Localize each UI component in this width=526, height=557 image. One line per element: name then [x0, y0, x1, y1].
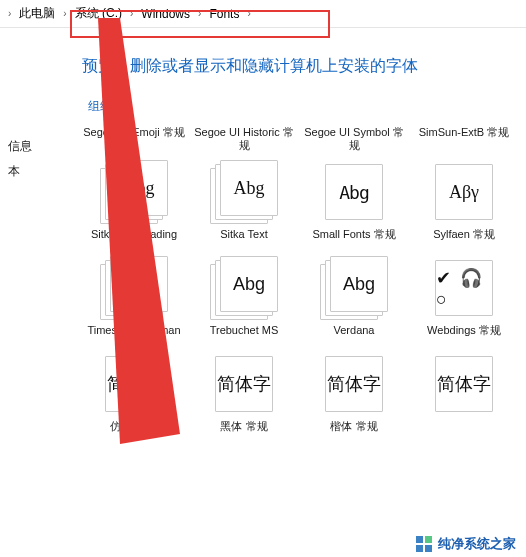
sidebar: 信息 本 [0, 28, 46, 557]
chevron-right-icon[interactable]: › [194, 8, 205, 19]
font-sample: 简体字 [325, 356, 383, 412]
font-label: Times New Roman [84, 324, 184, 352]
font-label[interactable]: Segoe UI Historic 常规 [192, 124, 296, 160]
font-label: Small Fonts 常规 [304, 228, 404, 256]
font-label [414, 420, 514, 448]
organize-button[interactable]: 组织 ▼ [82, 95, 130, 118]
breadcrumb-system-drive[interactable]: 系统 (C:) [71, 3, 126, 24]
font-kaiti[interactable]: 简体字 楷体 常规 [302, 352, 406, 448]
font-sample: Abg [110, 160, 168, 216]
font-preview-icon: Abg [100, 160, 168, 224]
toolbar: 组织 ▼ [82, 95, 516, 118]
watermark-text: 纯净系统之家 [438, 535, 516, 553]
font-preview-icon: Abg [320, 160, 388, 224]
breadcrumb-this-pc[interactable]: 此电脑 [15, 3, 59, 24]
font-label: Sylfaen 常规 [414, 228, 514, 256]
font-row: 简体字 仿宋 常规 简体字 黑体 常规 简体字 楷体 常规 [82, 352, 516, 448]
breadcrumb-windows[interactable]: Windows [137, 5, 194, 23]
font-sample: Abg [325, 164, 383, 220]
font-sample: Abg [330, 256, 388, 312]
main-content: 预览、删除或者显示和隐藏计算机上安装的字体 组织 ▼ Segoe UI Emoj… [46, 28, 526, 557]
svg-rect-4 [425, 545, 432, 552]
font-verdana[interactable]: Abg Verdana [302, 256, 406, 352]
font-sample: 简体字 [105, 356, 163, 412]
font-sample: Aβγ [435, 164, 493, 220]
svg-rect-2 [425, 536, 432, 543]
font-heiti[interactable]: 简体字 黑体 常规 [192, 352, 296, 448]
chevron-right-icon[interactable]: › [243, 8, 254, 19]
font-sample: Abg [220, 160, 278, 216]
page-title: 预览、删除或者显示和隐藏计算机上安装的字体 [82, 56, 516, 77]
font-label: Sitka Text [194, 228, 294, 256]
chevron-right-icon: › [4, 8, 15, 19]
font-preview-icon: 简体字 [320, 352, 388, 416]
font-webdings[interactable]: ✔ 🎧 ○ Webdings 常规 [412, 256, 516, 352]
font-row-labels: Segoe UI Emoji 常规 Segoe UI Historic 常规 S… [82, 124, 516, 160]
font-preview-icon: ✔ 🎧 ○ [430, 256, 498, 320]
font-preview-icon: Abg [100, 256, 168, 320]
font-label: Verdana [304, 324, 404, 352]
font-row: Abg Sitka Subheading Abg Sitka Text Abg … [82, 160, 516, 256]
font-trebuchet-ms[interactable]: Abg Trebuchet MS [192, 256, 296, 352]
font-row: Abg Times New Roman Abg Trebuchet MS Abg… [82, 256, 516, 352]
font-label: 仿宋 常规 [84, 420, 184, 448]
font-sample: Abg [110, 256, 168, 312]
font-sample: 简体字 [215, 356, 273, 412]
font-label[interactable]: Segoe UI Symbol 常规 [302, 124, 406, 160]
sidebar-item-text[interactable]: 本 [8, 163, 38, 180]
font-preview-icon: 简体字 [210, 352, 278, 416]
chevron-down-icon: ▼ [116, 102, 124, 111]
font-preview-icon: Aβγ [430, 160, 498, 224]
organize-label: 组织 [88, 98, 112, 115]
address-bar: › 此电脑 › 系统 (C:) › Windows › Fonts › [0, 0, 526, 28]
font-label[interactable]: Segoe UI Emoji 常规 [82, 124, 186, 160]
font-preview-icon: 简体字 [430, 352, 498, 416]
chevron-right-icon[interactable]: › [59, 8, 70, 19]
sidebar-item-info[interactable]: 信息 [8, 138, 38, 155]
font-label: Trebuchet MS [194, 324, 294, 352]
font-sitka-text[interactable]: Abg Sitka Text [192, 160, 296, 256]
font-sitka-subheading[interactable]: Abg Sitka Subheading [82, 160, 186, 256]
font-label: Webdings 常规 [414, 324, 514, 352]
font-label: Sitka Subheading [84, 228, 184, 256]
svg-rect-1 [416, 536, 423, 543]
font-label: 黑体 常规 [194, 420, 294, 448]
font-preview-icon: Abg [210, 160, 278, 224]
svg-rect-3 [416, 545, 423, 552]
watermark: 纯净系统之家 [412, 533, 520, 555]
font-label[interactable]: SimSun-ExtB 常规 [412, 124, 516, 160]
font-fangsong[interactable]: 简体字 仿宋 常规 [82, 352, 186, 448]
font-preview-icon: 简体字 [100, 352, 168, 416]
font-sample: ✔ 🎧 ○ [435, 260, 493, 316]
watermark-logo-icon [416, 536, 432, 552]
font-preview-icon: Abg [210, 256, 278, 320]
font-sample: 简体字 [435, 356, 493, 412]
font-sylfaen[interactable]: Aβγ Sylfaen 常规 [412, 160, 516, 256]
font-preview-icon: Abg [320, 256, 388, 320]
font-label: 楷体 常规 [304, 420, 404, 448]
breadcrumb-fonts[interactable]: Fonts [205, 5, 243, 23]
font-small-fonts[interactable]: Abg Small Fonts 常规 [302, 160, 406, 256]
chevron-right-icon[interactable]: › [126, 8, 137, 19]
font-sample: Abg [220, 256, 278, 312]
font-times-new-roman[interactable]: Abg Times New Roman [82, 256, 186, 352]
font-cjk-more[interactable]: 简体字 [412, 352, 516, 448]
